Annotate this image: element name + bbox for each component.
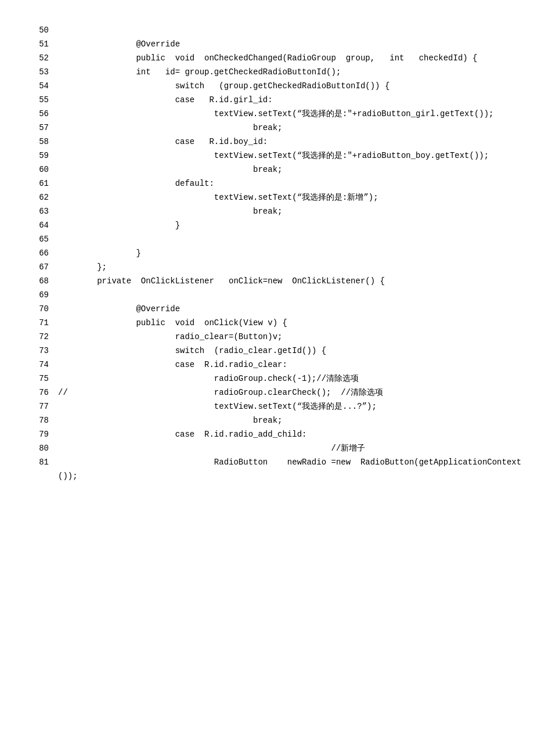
code-line: 55 case R.id.girl_id: <box>35 93 534 107</box>
line-content: break; <box>58 413 534 427</box>
code-line: 60 break; <box>35 163 534 177</box>
line-content: case R.id.radio_clear: <box>58 358 534 372</box>
line-number: 64 <box>35 218 58 232</box>
line-content: @Override <box>58 302 534 316</box>
line-content: case R.id.girl_id: <box>58 93 534 107</box>
line-number: 68 <box>35 274 58 288</box>
line-content: textView.setText(“我选择的是:新增”); <box>58 190 534 204</box>
code-line: 77 textView.setText(“我选择的是...?”); <box>35 399 534 413</box>
code-line: 79 case R.id.radio_add_child: <box>35 427 534 441</box>
code-line: 53 int id= group.getCheckedRadioButtonId… <box>35 65 534 79</box>
line-number: 69 <box>35 288 58 302</box>
line-content: break; <box>58 121 534 135</box>
line-content: radioGroup.check(-1);//清除选项 <box>58 372 534 386</box>
code-container: 5051 @Override52 public void onCheckedCh… <box>35 23 534 483</box>
code-line: 73 switch (radio_clear.getId()) { <box>35 344 534 358</box>
line-content: textView.setText(“我选择的是:"+radioButton_gi… <box>58 107 534 121</box>
line-content: case R.id.boy_id: <box>58 135 534 149</box>
code-line: 75 radioGroup.check(-1);//清除选项 <box>35 372 534 386</box>
line-content: case R.id.radio_add_child: <box>58 427 534 441</box>
line-content: //新增子 <box>58 441 534 455</box>
line-number: 58 <box>35 135 58 149</box>
code-line: 56 textView.setText(“我选择的是:"+radioButton… <box>35 107 534 121</box>
code-line: 69 <box>35 288 534 302</box>
line-content: default: <box>58 177 534 190</box>
line-number: 53 <box>35 65 58 79</box>
line-number: 60 <box>35 163 58 177</box>
line-number: 51 <box>35 37 58 51</box>
line-number: 56 <box>35 107 58 121</box>
line-content: private OnClickListener onClick=new OnCl… <box>58 274 534 288</box>
line-number: 80 <box>35 441 58 455</box>
line-number: 75 <box>35 372 58 386</box>
code-line: 68 private OnClickListener onClick=new O… <box>35 274 534 288</box>
line-number: 67 <box>35 260 58 274</box>
line-content: }; <box>58 260 534 274</box>
line-number: 73 <box>35 344 58 358</box>
line-content: RadioButton newRadio =new RadioButton(ge… <box>58 455 534 483</box>
code-line: 61 default: <box>35 177 534 190</box>
code-line: 62 textView.setText(“我选择的是:新增”); <box>35 190 534 204</box>
line-content: textView.setText(“我选择的是...?”); <box>58 399 534 413</box>
line-content: break; <box>58 204 534 218</box>
code-line: 57 break; <box>35 121 534 135</box>
line-number: 52 <box>35 51 58 65</box>
line-number: 55 <box>35 93 58 107</box>
code-line: 80 //新增子 <box>35 441 534 455</box>
line-content: switch (radio_clear.getId()) { <box>58 344 534 358</box>
line-number: 77 <box>35 399 58 413</box>
code-line: 81 RadioButton newRadio =new RadioButton… <box>35 455 534 483</box>
line-content: switch (group.getCheckedRadioButtonId())… <box>58 79 534 93</box>
line-number: 63 <box>35 204 58 218</box>
line-number: 61 <box>35 177 58 190</box>
line-number: 81 <box>35 455 58 469</box>
line-content: // radioGroup.clearCheck(); //清除选项 <box>58 386 534 399</box>
line-number: 72 <box>35 330 58 344</box>
line-number: 74 <box>35 358 58 372</box>
code-line: 71 public void onClick(View v) { <box>35 316 534 330</box>
code-line: 76// radioGroup.clearCheck(); //清除选项 <box>35 386 534 399</box>
code-line: 51 @Override <box>35 37 534 51</box>
code-line: 65 <box>35 232 534 246</box>
line-number: 79 <box>35 427 58 441</box>
line-content: @Override <box>58 37 534 51</box>
code-line: 50 <box>35 23 534 37</box>
line-content: int id= group.getCheckedRadioButtonId(); <box>58 65 534 79</box>
line-number: 50 <box>35 23 58 37</box>
code-line: 63 break; <box>35 204 534 218</box>
line-content: public void onCheckedChanged(RadioGroup … <box>58 51 534 65</box>
code-line: 66 } <box>35 246 534 260</box>
line-content: textView.setText(“我选择的是:"+radioButton_bo… <box>58 149 534 163</box>
code-line: 52 public void onCheckedChanged(RadioGro… <box>35 51 534 65</box>
line-number: 59 <box>35 149 58 163</box>
line-number: 78 <box>35 413 58 427</box>
code-line: 54 switch (group.getCheckedRadioButtonId… <box>35 79 534 93</box>
line-number: 65 <box>35 232 58 246</box>
code-line: 72 radio_clear=(Button)v; <box>35 330 534 344</box>
line-number: 54 <box>35 79 58 93</box>
line-content: } <box>58 218 534 232</box>
line-content: radio_clear=(Button)v; <box>58 330 534 344</box>
code-line: 58 case R.id.boy_id: <box>35 135 534 149</box>
code-line: 78 break; <box>35 413 534 427</box>
line-number: 57 <box>35 121 58 135</box>
line-content: break; <box>58 163 534 177</box>
code-line: 74 case R.id.radio_clear: <box>35 358 534 372</box>
code-line: 59 textView.setText(“我选择的是:"+radioButton… <box>35 149 534 163</box>
line-content: public void onClick(View v) { <box>58 316 534 330</box>
code-line: 67 }; <box>35 260 534 274</box>
line-content: } <box>58 246 534 260</box>
line-number: 71 <box>35 316 58 330</box>
line-number: 62 <box>35 190 58 204</box>
code-line: 70 @Override <box>35 302 534 316</box>
line-number: 70 <box>35 302 58 316</box>
line-number: 76 <box>35 386 58 399</box>
line-number: 66 <box>35 246 58 260</box>
code-line: 64 } <box>35 218 534 232</box>
